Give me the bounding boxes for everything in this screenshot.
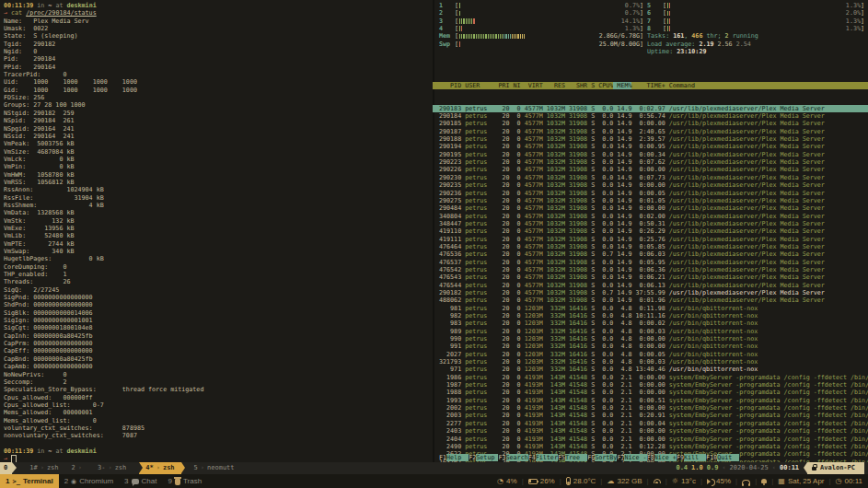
- module-cpu-gauge[interactable]: ◔4%: [497, 477, 517, 485]
- fkey-f4[interactable]: F4: [528, 454, 536, 461]
- fkey-label[interactable]: Help: [446, 454, 469, 461]
- terminal-line: VmStk: 132 kB: [4, 217, 433, 225]
- tmux-session-badge[interactable]: 0: [0, 462, 12, 474]
- process-row[interactable]: 981 petrus 20 0 1203M 332M 16416 S 0.0 4…: [433, 305, 868, 312]
- column-header[interactable]: VIRT: [521, 82, 543, 89]
- module-headphones[interactable]: [742, 479, 750, 484]
- fkey-f5[interactable]: F5: [558, 454, 565, 461]
- fkey-label[interactable]: Nice +: [654, 454, 677, 461]
- process-row[interactable]: 2404 petrus 20 0 4193M 143M 41548 S 0.0 …: [433, 436, 868, 443]
- fkey-f9[interactable]: F9: [677, 454, 684, 461]
- module-battery[interactable]: 26%: [528, 477, 555, 485]
- tmux-window-4[interactable]: 4*›zsh: [139, 462, 180, 474]
- process-row[interactable]: 1987 petrus 20 0 4193M 143M 41548 S 0.0 …: [433, 381, 868, 389]
- fkey-label[interactable]: SortBy: [595, 454, 617, 461]
- terminal-pane-right-htop[interactable]: 1[0.7%]2[0.7%]3[14.1%]4[1.3%]Mem[2.86G/6…: [433, 0, 868, 462]
- sort-column-header[interactable]: MEM%: [613, 82, 631, 89]
- process-row[interactable]: 290223 petrus 20 0 4577M 1032M 31908 S 0…: [433, 158, 868, 166]
- process-row[interactable]: 476537 petrus 20 0 4577M 1032M 31908 S 0…: [433, 259, 868, 266]
- module-temperature[interactable]: 28.0°C: [566, 477, 596, 485]
- process-row[interactable]: 290235 petrus 20 0 4577M 1032M 31908 S 0…: [433, 181, 868, 189]
- column-header[interactable]: CPU%: [595, 82, 613, 89]
- column-header[interactable]: Command: [665, 82, 695, 89]
- column-header[interactable]: PRI: [498, 82, 509, 89]
- tmux-window-3[interactable]: 3-›zsh: [98, 462, 126, 474]
- fkey-f1[interactable]: F1: [439, 454, 446, 461]
- module-date[interactable]: ▦Sat, 25 Apr: [778, 477, 824, 485]
- module-separator: |: [829, 477, 831, 485]
- process-row[interactable]: 290185 petrus 20 0 4577M 1032M 31908 S 0…: [433, 120, 868, 127]
- tmux-window-5[interactable]: 5›neomutt: [194, 462, 235, 474]
- module-time[interactable]: ◷00:11: [836, 477, 862, 485]
- process-row[interactable]: 290187 petrus 20 0 4577M 1032M 31908 S 0…: [433, 128, 868, 135]
- fkey-f8[interactable]: F8: [647, 454, 654, 461]
- process-row[interactable]: 290226 petrus 20 0 4577M 1032M 31908 S 0…: [433, 166, 868, 173]
- fkey-f3[interactable]: F3: [498, 454, 505, 461]
- workspace-1[interactable]: 1>_Terminal: [0, 474, 59, 488]
- column-header[interactable]: TIME+: [631, 82, 665, 89]
- process-row[interactable]: 989 petrus 20 0 1203M 332M 16416 S 0.0 4…: [433, 328, 868, 335]
- process-row[interactable]: 983 petrus 20 0 1203M 332M 16416 S 0.0 4…: [433, 320, 868, 327]
- htop-table-header[interactable]: PID USER PRI NI VIRT RES SHR S CPU% MEM%…: [433, 82, 868, 89]
- module-disk[interactable]: ☁322 GB: [607, 477, 642, 485]
- process-row[interactable]: 2027 petrus 20 0 1203M 332M 16416 S 0.0 …: [433, 351, 868, 358]
- workspace-2[interactable]: 2◉Chromium: [59, 474, 119, 488]
- process-row[interactable]: 290188 petrus 20 0 4577M 1032M 31908 S 0…: [433, 135, 868, 143]
- process-row[interactable]: 321793 petrus 20 0 1203M 332M 16416 S 0.…: [433, 358, 868, 366]
- process-row[interactable]: 290230 petrus 20 0 4577M 1032M 31908 S 0…: [433, 174, 868, 181]
- fkey-label[interactable]: Nice -: [624, 454, 646, 461]
- process-row[interactable]: 982 petrus 20 0 1203M 332M 16416 S 0.0 4…: [433, 312, 868, 320]
- module-notifications[interactable]: [761, 479, 767, 483]
- process-row[interactable]: 419110 petrus 20 0 4577M 1032M 31908 S 0…: [433, 227, 868, 235]
- fkey-f10[interactable]: F10: [706, 454, 717, 461]
- workspace-3[interactable]: 3Chat: [119, 474, 162, 488]
- fkey-label[interactable]: Tree: [565, 454, 587, 461]
- process-row[interactable]: 2003 petrus 20 0 4193M 143M 41548 S 0.0 …: [433, 412, 868, 419]
- process-row[interactable]: 290195 petrus 20 0 4577M 1032M 31908 S 0…: [433, 151, 868, 158]
- fkey-label[interactable]: Filter: [536, 454, 558, 461]
- process-row[interactable]: 476464 petrus 20 0 4577M 1032M 31908 S 0…: [433, 243, 868, 250]
- process-row[interactable]: 290275 petrus 20 0 4577M 1032M 31908 S 0…: [433, 197, 868, 204]
- process-row[interactable]: 340804 petrus 20 0 4577M 1032M 31908 S 0…: [433, 213, 868, 220]
- process-row[interactable]: 290183 petrus 20 0 4577M 1032M 31908 S 0…: [433, 105, 868, 112]
- process-row[interactable]: 290236 petrus 20 0 4577M 1032M 31908 S 0…: [433, 190, 868, 197]
- process-row[interactable]: 290484 petrus 20 0 4577M 1032M 31908 S 0…: [433, 204, 868, 212]
- process-row[interactable]: 2002 petrus 20 0 4193M 143M 41548 S 0.0 …: [433, 404, 868, 412]
- process-row[interactable]: 290182 petrus 20 0 4577M 1032M 31908 S 0…: [433, 289, 868, 296]
- process-row[interactable]: 348447 petrus 20 0 4577M 1032M 31908 S 0…: [433, 220, 868, 227]
- module-wifi[interactable]: [654, 479, 661, 483]
- fkey-label[interactable]: Search: [506, 454, 528, 461]
- column-header[interactable]: NI: [510, 82, 521, 89]
- column-header[interactable]: S: [587, 82, 595, 89]
- process-row[interactable]: 1993 petrus 20 0 4193M 143M 41548 S 0.0 …: [433, 397, 868, 404]
- process-row[interactable]: 971 petrus 20 0 1203M 332M 16416 S 0.0 4…: [433, 366, 868, 373]
- process-row[interactable]: 476542 petrus 20 0 4577M 1032M 31908 S 0…: [433, 266, 868, 273]
- process-row[interactable]: 990 petrus 20 0 1203M 332M 16416 S 0.0 4…: [433, 335, 868, 343]
- fkey-label[interactable]: Quit: [717, 454, 739, 461]
- process-row[interactable]: 1986 petrus 20 0 4193M 143M 41548 S 0.0 …: [433, 374, 868, 381]
- terminal-pane-left[interactable]: 00:11:39 in ~ at deskmini→ cat /proc/290…: [0, 0, 434, 462]
- column-header[interactable]: USER: [461, 82, 498, 89]
- process-row[interactable]: 2490 petrus 20 0 4193M 143M 41548 S 0.0 …: [433, 443, 868, 450]
- process-row[interactable]: 290184 petrus 20 0 4577M 1032M 31908 S 0…: [433, 112, 868, 120]
- fkey-label[interactable]: Setup: [476, 454, 498, 461]
- tmux-window-1[interactable]: 1#›zsh: [29, 462, 58, 474]
- column-header[interactable]: SHR: [565, 82, 587, 89]
- process-row[interactable]: 488062 petrus 20 0 4577M 1032M 31908 S 0…: [433, 296, 868, 304]
- process-row[interactable]: 1988 petrus 20 0 4193M 143M 41548 S 0.0 …: [433, 389, 868, 396]
- module-weather[interactable]: ☼13°c: [672, 477, 696, 485]
- fkey-label[interactable]: Kill: [684, 454, 706, 461]
- process-row[interactable]: 476543 petrus 20 0 4577M 1032M 31908 S 0…: [433, 273, 868, 281]
- workspace-9[interactable]: 9Trash: [162, 474, 207, 488]
- column-header[interactable]: RES: [543, 82, 565, 89]
- process-row[interactable]: 991 petrus 20 0 1203M 332M 16416 S 0.0 4…: [433, 343, 868, 350]
- process-row[interactable]: 476544 petrus 20 0 4577M 1032M 31908 S 0…: [433, 282, 868, 289]
- module-volume[interactable]: 45%: [707, 477, 731, 485]
- tmux-window-2[interactable]: 2›: [72, 462, 85, 474]
- process-row[interactable]: 290194 petrus 20 0 4577M 1032M 31908 S 0…: [433, 143, 868, 150]
- process-row[interactable]: 476536 petrus 20 0 4577M 1032M 31908 S 0…: [433, 250, 868, 258]
- process-row[interactable]: 2403 petrus 20 0 4193M 143M 41548 S 0.0 …: [433, 427, 868, 435]
- column-header[interactable]: PID: [439, 82, 461, 89]
- process-row[interactable]: 2277 petrus 20 0 4193M 143M 41548 S 0.0 …: [433, 420, 868, 427]
- process-row[interactable]: 419111 petrus 20 0 4577M 1032M 31908 S 0…: [433, 236, 868, 243]
